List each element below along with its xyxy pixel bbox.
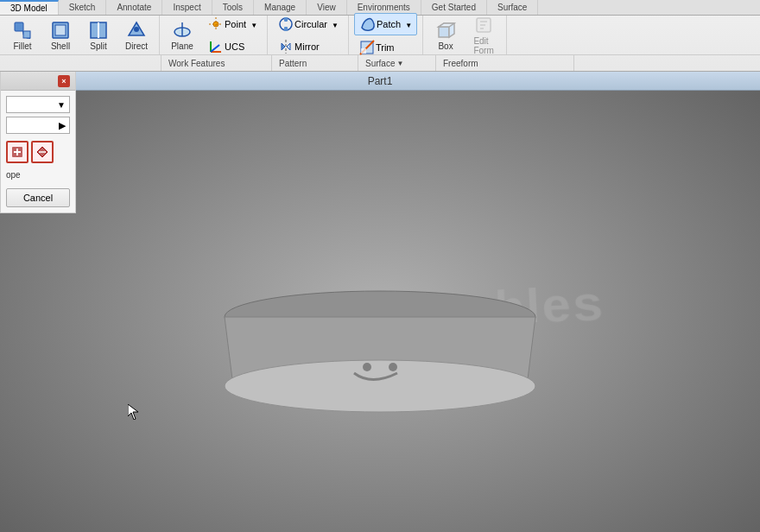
dialog-title-bar: × <box>1 72 75 91</box>
shell-button[interactable]: Shell <box>43 18 78 53</box>
mirror-button[interactable]: Mirror <box>273 36 343 57</box>
tab-inspect[interactable]: Inspect <box>162 0 212 15</box>
modify-group: Fillet Shell Split <box>0 16 160 54</box>
svg-marker-33 <box>128 404 138 420</box>
dialog-cancel-label: Cancel <box>23 193 53 203</box>
box-label: Box <box>438 41 453 51</box>
surface-group: Patch ▼ Trim <box>349 16 423 54</box>
patch-label: Patch ▼ <box>377 19 412 29</box>
freeform-group: Box EditForm <box>423 16 507 54</box>
arrow-right-icon: ▶ <box>59 120 66 131</box>
split-button[interactable]: Split <box>81 18 116 53</box>
svg-marker-20 <box>282 43 285 50</box>
svg-point-30 <box>225 360 535 412</box>
ribbon-commands: Fillet Shell Split <box>0 16 760 55</box>
point-button[interactable]: Point ▼ <box>203 14 262 35</box>
edit-form-label: EditForm <box>473 36 493 55</box>
mirror-label: Mirror <box>294 41 320 52</box>
svg-line-15 <box>211 45 219 52</box>
fillet-label: Fillet <box>13 41 31 51</box>
plane-label: Plane <box>171 41 193 51</box>
dialog-icon-button-1[interactable] <box>6 141 28 163</box>
direct-icon <box>126 20 147 41</box>
edit-form-button[interactable]: EditForm <box>466 18 501 53</box>
ucs-button[interactable]: UCS <box>203 36 262 57</box>
circular-label: Circular ▼ <box>294 19 339 29</box>
svg-point-7 <box>134 27 139 32</box>
tab-manage[interactable]: Manage <box>254 0 307 15</box>
svg-rect-0 <box>15 22 23 31</box>
fillet-button[interactable]: Fillet <box>5 18 40 53</box>
circular-button[interactable]: Circular ▼ <box>273 14 343 35</box>
direct-label: Direct <box>125 41 148 51</box>
dialog-icon-row <box>6 141 70 163</box>
svg-point-32 <box>389 363 397 371</box>
mouse-cursor <box>128 404 138 420</box>
box-icon <box>435 20 456 41</box>
modify-label <box>2 55 162 71</box>
fillet-icon <box>12 20 33 41</box>
pattern-label: Pattern <box>272 55 358 71</box>
svg-point-31 <box>363 363 371 371</box>
svg-rect-3 <box>55 25 66 35</box>
svg-rect-24 <box>361 48 366 54</box>
work-features-group: Plane Point ▼ <box>160 16 268 54</box>
ribbon: 3D Model Sketch Annotate Inspect Tools M… <box>0 0 760 72</box>
tab-get-started[interactable]: Get Started <box>421 0 487 15</box>
direct-button[interactable]: Direct <box>119 18 154 53</box>
box-button[interactable]: Box <box>428 18 463 53</box>
freeform-label: Freeform <box>436 55 574 71</box>
point-label: Point ▼ <box>225 19 257 29</box>
edit-form-icon <box>473 15 494 35</box>
svg-rect-18 <box>284 27 288 31</box>
ribbon-section-labels: Work Features Pattern Surface ▼ Freeform <box>0 55 760 71</box>
main-area: Part1 instructables <box>0 72 760 532</box>
pattern-group: Circular ▼ Mirror <box>268 16 349 54</box>
dialog-panel: × ▼ ▶ <box>0 72 76 213</box>
split-label: Split <box>90 41 106 51</box>
viewport-title: Part1 <box>0 72 760 91</box>
surface-label: Surface ▼ <box>358 55 436 71</box>
dialog-operation-label: ope <box>6 170 70 180</box>
dialog-cancel-button[interactable]: Cancel <box>6 188 70 207</box>
plane-button[interactable]: Plane <box>165 18 200 53</box>
dialog-close-button[interactable]: × <box>58 75 70 87</box>
svg-rect-1 <box>23 31 30 38</box>
viewport-title-text: Part1 <box>368 75 393 87</box>
tab-surface[interactable]: Surface <box>487 0 538 15</box>
svg-rect-25 <box>439 27 449 37</box>
shell-label: Shell <box>51 41 70 51</box>
dialog-arrow-button[interactable]: ▶ <box>6 117 70 134</box>
tab-3d-model[interactable]: 3D Model <box>0 0 59 15</box>
trim-button[interactable]: Trim <box>354 37 417 58</box>
ucs-label: UCS <box>225 41 244 52</box>
work-features-label: Work Features <box>162 55 272 71</box>
tab-annotate[interactable]: Annotate <box>106 0 162 15</box>
patch-button[interactable]: Patch ▼ <box>354 13 417 35</box>
tab-sketch[interactable]: Sketch <box>59 0 107 15</box>
dialog-body: ▼ ▶ <box>1 91 75 185</box>
dialog-icon-button-2[interactable] <box>31 141 54 163</box>
plane-icon <box>172 20 193 41</box>
3d-shape <box>207 248 553 421</box>
svg-rect-17 <box>284 17 288 22</box>
svg-marker-21 <box>287 43 290 50</box>
viewport[interactable]: Part1 instructables <box>0 72 760 532</box>
tab-view[interactable]: View <box>307 0 347 15</box>
tab-tools[interactable]: Tools <box>212 0 254 15</box>
dialog-dropdown[interactable]: ▼ <box>6 96 70 113</box>
shell-icon <box>50 20 71 41</box>
dialog-close-label: × <box>61 77 66 86</box>
trim-label: Trim <box>376 42 395 53</box>
split-icon <box>88 20 109 41</box>
dropdown-arrow-icon: ▼ <box>57 100 66 110</box>
